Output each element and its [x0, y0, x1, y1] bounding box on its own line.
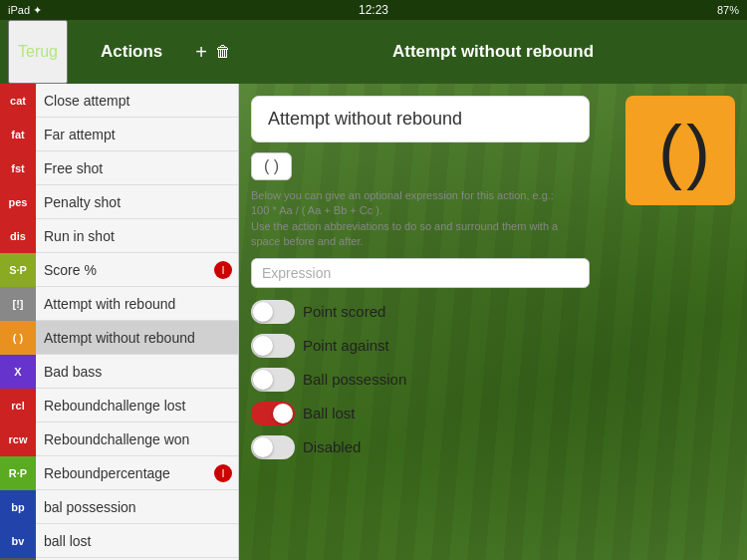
sidebar-badge-7: ( ): [0, 321, 36, 355]
sidebar-item-rcw[interactable]: rcwReboundchallenge won: [0, 422, 238, 456]
hint-text: Below you can give an optional expressio…: [251, 188, 590, 250]
sidebar-item-label-0: Close attempt: [36, 93, 238, 109]
sidebar-badge-3: pes: [0, 185, 36, 219]
toggle-row-point_scored: Point scored: [251, 300, 735, 324]
content-title: Attempt without rebound: [392, 42, 594, 62]
toggles-container: Point scoredPoint againstBall possession…: [251, 300, 735, 459]
top-bars: Terug Actions + 🗑 Attempt without reboun…: [0, 20, 747, 84]
sidebar-item-dis[interactable]: disRun in shot: [0, 219, 238, 253]
sidebar-item-label-5: Score %: [36, 262, 214, 278]
sidebar-badge-6: [!]: [0, 287, 36, 321]
status-bar: iPad ✦ 12:23 87%: [0, 0, 747, 20]
sidebar-item-x[interactable]: XBad bass: [0, 355, 238, 389]
toggle-knob-ball_possession: [253, 370, 273, 390]
sidebar-item-label-13: ball lost: [36, 533, 238, 549]
back-button[interactable]: Terug: [8, 20, 68, 84]
paren-abbrev: ( ): [251, 152, 292, 180]
sidebar-item-rcl[interactable]: rclReboundchallenge lost: [0, 389, 238, 422]
sidebar-item-bv[interactable]: bvball lost: [0, 524, 238, 558]
sidebar-item-fst[interactable]: fstFree shot: [0, 151, 238, 185]
action-title-text: Attempt without rebound: [268, 109, 462, 129]
battery-label: 87%: [717, 4, 739, 16]
sidebar-badge-9: rcl: [0, 389, 36, 422]
hint-line2: 100 * Aa / ( Aa + Bb + Cc ).: [251, 203, 590, 218]
sidebar-title: Actions: [68, 42, 195, 62]
toggle-point_scored[interactable]: [251, 300, 295, 324]
sidebar-badge-13: bv: [0, 524, 36, 558]
delete-action-button[interactable]: 🗑: [215, 43, 231, 61]
toggle-knob-disabled: [253, 437, 273, 457]
hint-line3: Use the action abbreviations to do so an…: [251, 219, 590, 234]
toggle-ball_lost[interactable]: [251, 402, 295, 425]
content-nav-bar: Attempt without rebound: [239, 20, 747, 84]
toggle-row-ball_possession: Ball possession: [251, 368, 735, 392]
sidebar-badge-12: bp: [0, 490, 36, 524]
toggle-disabled[interactable]: [251, 435, 295, 459]
sidebar-item-label-11: Reboundpercentage: [36, 465, 214, 481]
sidebar-indicator-5: I: [214, 261, 232, 279]
toggle-ball_possession[interactable]: [251, 368, 295, 392]
sidebar-item-label-8: Bad bass: [36, 364, 238, 380]
action-title-box: Attempt without rebound: [251, 96, 590, 142]
sidebar-item-label-7: Attempt without rebound: [36, 330, 238, 346]
sidebar-badge-1: fat: [0, 118, 36, 151]
sidebar-item-label-6: Attempt with rebound: [36, 296, 238, 312]
content-area: ( ) Attempt without rebound ( ) Below yo…: [239, 84, 747, 560]
sidebar-item-bp[interactable]: bpbal possession: [0, 490, 238, 524]
status-bar-time: 12:23: [359, 3, 388, 17]
sidebar-badge-2: fst: [0, 151, 36, 185]
toggle-point_against[interactable]: [251, 334, 295, 358]
toggle-row-ball_lost: Ball lost: [251, 402, 735, 425]
status-bar-left: iPad ✦: [8, 4, 42, 17]
toggle-label-ball_possession: Ball possession: [303, 371, 406, 388]
sidebar-item-pes[interactable]: pesPenalty shot: [0, 185, 238, 219]
sidebar-item-cat[interactable]: catClose attempt: [0, 84, 238, 118]
hint-line1: Below you can give an optional expressio…: [251, 188, 590, 203]
sidebar-item-label-10: Reboundchallenge won: [36, 431, 238, 447]
main-layout: catClose attemptfatFar attemptfstFree sh…: [0, 84, 747, 560]
sidebar-item-label-12: bal possession: [36, 499, 238, 515]
toggle-row-disabled: Disabled: [251, 435, 735, 459]
toggle-row-point_against: Point against: [251, 334, 735, 358]
sidebar-badge-10: rcw: [0, 422, 36, 456]
sidebar-item-fat[interactable]: fatFar attempt: [0, 118, 238, 151]
expression-input[interactable]: Expression: [251, 258, 590, 288]
sidebar-badge-0: cat: [0, 84, 36, 118]
sidebar-item-s-p[interactable]: S·PScore %I: [0, 253, 238, 287]
sidebar: catClose attemptfatFar attemptfstFree sh…: [0, 84, 239, 560]
sidebar-badge-4: dis: [0, 219, 36, 253]
sidebar-item-label-9: Reboundchallenge lost: [36, 398, 238, 414]
sidebar-item----[interactable]: [!]Attempt with rebound: [0, 287, 238, 321]
sidebar-badge-11: R·P: [0, 456, 36, 490]
sidebar-item-label-4: Run in shot: [36, 228, 238, 244]
content-panel: Attempt without rebound ( ) Below you ca…: [239, 84, 747, 481]
sidebar-item----[interactable]: ( )Attempt without rebound: [0, 321, 238, 355]
toggle-label-point_scored: Point scored: [303, 303, 385, 320]
sidebar-item-label-1: Far attempt: [36, 127, 238, 142]
toggle-label-disabled: Disabled: [303, 438, 361, 455]
hint-line4: space before and after.: [251, 234, 590, 249]
sidebar-badge-5: S·P: [0, 253, 36, 287]
paren-abbrev-box: ( ): [251, 152, 735, 188]
sidebar-badge-8: X: [0, 355, 36, 389]
sidebar-item-r-p[interactable]: R·PReboundpercentageI: [0, 456, 238, 490]
sidebar-nav-bar: Terug Actions + 🗑: [0, 20, 239, 84]
status-bar-right: 87%: [717, 4, 739, 16]
sidebar-indicator-11: I: [214, 464, 232, 482]
device-label: iPad ✦: [8, 4, 42, 17]
toggle-label-ball_lost: Ball lost: [303, 405, 356, 421]
toggle-knob-ball_lost: [273, 404, 293, 423]
expression-placeholder: Expression: [262, 265, 331, 281]
sidebar-item-label-3: Penalty shot: [36, 194, 238, 210]
toggle-label-point_against: Point against: [303, 337, 389, 354]
sidebar-item-label-2: Free shot: [36, 160, 238, 176]
add-action-button[interactable]: +: [195, 41, 207, 64]
toggle-knob-point_against: [253, 336, 273, 356]
toggle-knob-point_scored: [253, 302, 273, 322]
